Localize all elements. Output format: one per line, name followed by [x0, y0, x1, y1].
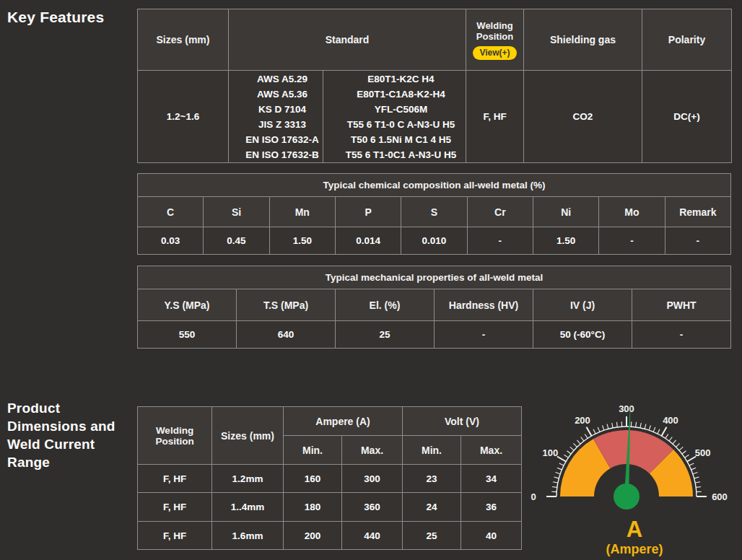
- chem-col-header: P: [335, 197, 401, 227]
- cur-size: 1..4mm: [212, 493, 284, 522]
- chemical-composition-table: Typical chemical composition all-weld me…: [137, 173, 731, 255]
- spec-table: Sizes (mm) Standard Welding Position Vie…: [137, 9, 732, 163]
- spec-classifications-list: E80T1-K2C H4 E80T1-C1A8-K2-H4 YFL-C506M …: [323, 71, 466, 163]
- cur-header-amp-max: Max.: [342, 436, 403, 465]
- svg-text:100: 100: [542, 447, 558, 458]
- chem-col-header: Cr: [467, 197, 533, 227]
- mech-col-header: Y.S (MPa): [138, 289, 237, 321]
- chem-col-header: Mo: [599, 197, 665, 227]
- spec-header-polarity: Polarity: [642, 9, 732, 71]
- spec-standards-list: AWS A5.29 AWS A5.36 KS D 7104 JIS Z 3313…: [229, 71, 323, 163]
- mech-value: -: [435, 321, 533, 349]
- spec-shielding-gas-value: CO2: [524, 71, 642, 163]
- spec-header-shielding-gas: Shielding gas: [524, 9, 642, 71]
- svg-text:400: 400: [663, 415, 678, 426]
- cur-header-volt-max: Max.: [461, 436, 522, 465]
- mech-value: -: [632, 321, 731, 349]
- mech-value: 25: [336, 321, 435, 349]
- table-row: F, HF 1.2mm 160 300 23 34: [138, 465, 522, 493]
- chem-value: -: [467, 227, 533, 255]
- table-row: F, HF 1.6mm 200 440 25 40: [138, 522, 522, 550]
- cur-amp-min: 180: [284, 493, 342, 522]
- mech-col-header: T.S (MPa): [237, 289, 336, 321]
- spec-header-standard: Standard: [229, 9, 466, 71]
- cur-header-volt: Volt (V): [403, 407, 522, 436]
- mech-col-header: El. (%): [336, 289, 435, 321]
- cur-position: F, HF: [138, 465, 212, 493]
- cur-volt-max: 36: [461, 493, 522, 522]
- chem-value: -: [665, 227, 730, 255]
- cur-header-ampere: Ampere (A): [284, 407, 403, 436]
- chem-value: 0.03: [138, 227, 204, 255]
- gauge-unit-label: A: [527, 517, 742, 543]
- spec-header-welding-position: Welding Position View(+): [466, 9, 524, 71]
- cur-amp-min: 160: [284, 465, 342, 493]
- cur-volt-max: 40: [461, 522, 522, 550]
- mech-value: 550: [138, 321, 237, 349]
- cur-size: 1.2mm: [212, 465, 284, 493]
- cur-amp-max: 440: [342, 522, 403, 550]
- spec-polarity-value: DC(+): [642, 71, 732, 163]
- cur-header-amp-min: Min.: [284, 436, 342, 465]
- cur-header-sizes: Sizes (mm): [212, 407, 284, 465]
- cur-amp-min: 200: [284, 522, 342, 550]
- mechanical-properties-table: Typical mechanical properties of all-wel…: [137, 266, 731, 349]
- chem-value: -: [599, 227, 665, 255]
- cur-volt-max: 34: [461, 465, 522, 493]
- mech-col-header: Hardness (HV): [435, 289, 533, 321]
- cur-size: 1.6mm: [212, 522, 284, 550]
- chem-col-header: Si: [204, 197, 269, 227]
- spec-welding-position-value: F, HF: [466, 71, 524, 163]
- chemical-table-title: Typical chemical composition all-weld me…: [138, 174, 731, 197]
- cur-volt-min: 24: [403, 493, 461, 522]
- chem-value: 1.50: [269, 227, 335, 255]
- cur-volt-min: 25: [403, 522, 461, 550]
- cur-header-volt-min: Min.: [403, 436, 461, 465]
- chem-col-header: S: [401, 197, 467, 227]
- chem-col-header: Ni: [533, 197, 598, 227]
- cur-position: F, HF: [138, 493, 212, 522]
- product-dimensions-title: Product Dimensions and Weld Current Rang…: [7, 399, 131, 471]
- mechanical-table-title: Typical mechanical properties of all-wel…: [138, 266, 731, 289]
- chem-value: 1.50: [533, 227, 598, 255]
- svg-text:300: 300: [619, 403, 634, 414]
- key-features-title: Key Features: [7, 9, 104, 26]
- weld-current-table: Welding Position Sizes (mm) Ampere (A) V…: [137, 406, 522, 550]
- spec-header-sizes: Sizes (mm): [138, 9, 229, 71]
- svg-text:0: 0: [531, 491, 536, 502]
- view-plus-button[interactable]: View(+): [473, 46, 516, 60]
- gauge-unit-sublabel: (Ampere): [527, 542, 742, 557]
- cur-volt-min: 23: [403, 465, 461, 493]
- chem-col-header: C: [138, 197, 204, 227]
- mech-value: 50 (-60°C): [533, 321, 632, 349]
- cur-amp-max: 300: [342, 465, 403, 493]
- mech-value: 640: [237, 321, 336, 349]
- mech-col-header: PWHT: [632, 289, 731, 321]
- welding-position-label: Welding Position: [466, 20, 523, 42]
- mech-col-header: IV (J): [533, 289, 632, 321]
- svg-text:500: 500: [695, 447, 711, 458]
- spec-sizes-value: 1.2~1.6: [138, 71, 229, 163]
- chem-value: 0.010: [401, 227, 467, 255]
- cur-amp-max: 360: [342, 493, 403, 522]
- svg-text:600: 600: [712, 491, 728, 502]
- chem-col-header: Mn: [269, 197, 335, 227]
- chem-value: 0.45: [204, 227, 269, 255]
- table-row: F, HF 1..4mm 180 360 24 36: [138, 493, 522, 522]
- gauge-dial: 0100200300400500600: [527, 397, 742, 517]
- chem-value: 0.014: [335, 227, 401, 255]
- cur-header-welding-position: Welding Position: [138, 407, 212, 465]
- chem-col-header: Remark: [665, 197, 730, 227]
- ampere-gauge: 0100200300400500600 A (Ampere): [527, 397, 742, 560]
- cur-position: F, HF: [138, 522, 212, 550]
- svg-text:200: 200: [575, 415, 590, 426]
